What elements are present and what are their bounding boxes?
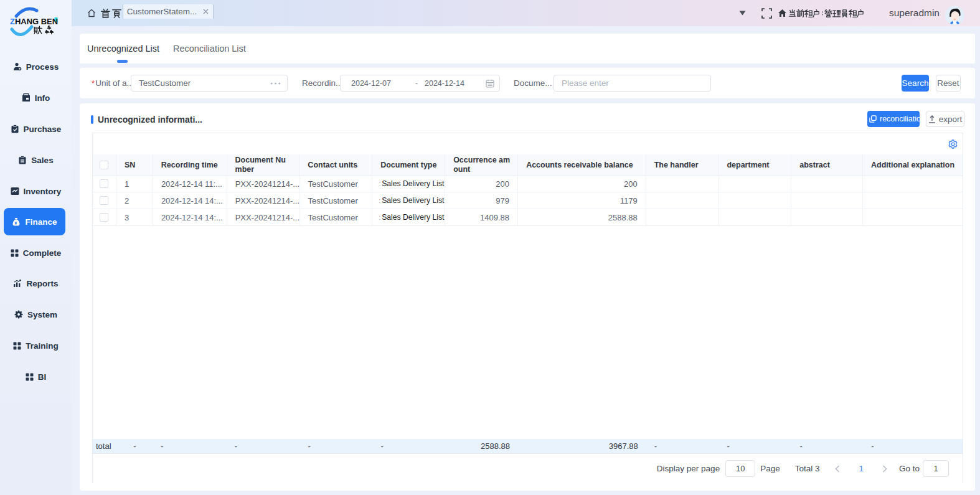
svg-text:ZHANG BEN: ZHANG BEN	[10, 17, 58, 26]
